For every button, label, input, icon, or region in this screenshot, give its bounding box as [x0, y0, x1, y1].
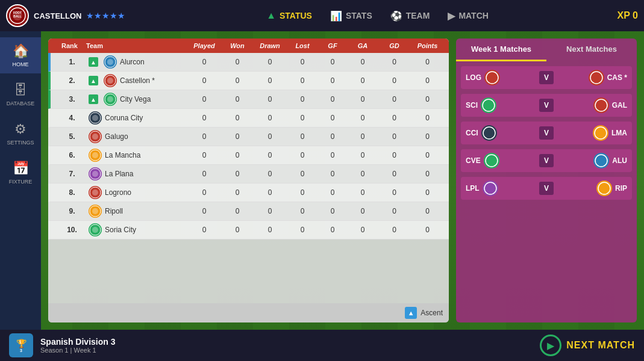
settings-icon: ⚙ — [14, 122, 27, 137]
sidebar-item-settings[interactable]: ⚙ SETTINGS — [0, 116, 41, 152]
drawn-cell: 0 — [252, 151, 287, 159]
table-row: 5. Galugo 0 0 0 0 0 0 0 0 — [48, 128, 449, 146]
away-team: RIP — [579, 180, 627, 196]
match-row[interactable]: CVE V ALU — [461, 149, 632, 172]
gd-cell: 0 — [378, 95, 411, 103]
table-row: 1. ▲ Alurcon 0 0 0 0 0 0 0 0 — [48, 53, 449, 72]
points-cell: 0 — [411, 95, 444, 103]
won-cell: 0 — [222, 170, 252, 178]
table-header: Rank Team Played Won Drawn Lost GF GA GD… — [48, 39, 449, 53]
gf-cell: 0 — [317, 170, 348, 178]
table-row: 7. La Plana 0 0 0 0 0 0 0 0 — [48, 165, 449, 184]
rank-cell: 4. — [55, 114, 89, 122]
gf-cell: 0 — [317, 132, 348, 141]
gd-cell: 0 — [378, 76, 411, 85]
team-cell: ▲ Alurcon — [89, 55, 186, 69]
drawn-cell: 0 — [252, 207, 287, 215]
nav-team[interactable]: ⚽ TEAM — [390, 10, 430, 22]
team-name-label: City Vega — [120, 95, 151, 103]
home-team: LPL — [466, 180, 514, 196]
away-team-label: GAL — [612, 101, 627, 110]
drawn-cell: 0 — [252, 188, 287, 197]
league-info: Spanish Division 3 Season 1 | Week 1 — [40, 337, 540, 354]
lost-cell: 0 — [287, 76, 317, 85]
nav-status-label: STATUS — [280, 11, 312, 20]
status-icon: ▲ — [266, 10, 276, 21]
points-cell: 0 — [411, 188, 444, 197]
sidebar-fixture-label: FIXTURE — [9, 179, 33, 185]
next-match-button[interactable]: ▶ NEXT MATCH — [540, 335, 635, 356]
table-footer: ▲ Ascent — [48, 303, 449, 322]
played-cell: 0 — [186, 207, 222, 215]
svg-point-17 — [92, 171, 98, 177]
match-row[interactable]: CCI V LMA — [461, 122, 632, 144]
svg-point-31 — [595, 155, 607, 167]
club-logo: FOOT BALL — [6, 4, 29, 27]
nav-status[interactable]: ▲ STATUS — [266, 10, 312, 21]
col-ga: GA — [348, 42, 378, 49]
ga-cell: 0 — [348, 132, 378, 141]
drawn-cell: 0 — [252, 226, 287, 234]
tab-week-matches[interactable]: Week 1 Matches — [456, 39, 546, 61]
home-badge-icon — [481, 97, 496, 113]
vs-badge: V — [539, 99, 554, 112]
lost-cell: 0 — [287, 132, 317, 141]
ga-cell: 0 — [348, 76, 378, 85]
ga-cell: 0 — [348, 226, 378, 234]
lost-cell: 0 — [287, 114, 317, 122]
gd-cell: 0 — [378, 132, 411, 141]
col-points: Points — [411, 42, 444, 49]
home-badge-icon — [484, 153, 499, 168]
home-icon: 🏠 — [13, 43, 29, 59]
bottom-bar: 🏆 3 Spanish Division 3 Season 1 | Week 1… — [0, 330, 644, 361]
main-content: Rank Team Played Won Drawn Lost GF GA GD… — [41, 31, 644, 330]
nav-match[interactable]: ▶ MATCH — [448, 10, 489, 22]
match-row[interactable]: SCI V GAL — [461, 94, 632, 117]
team-badge-icon — [89, 223, 102, 236]
away-team-label: LMA — [611, 129, 627, 137]
drawn-cell: 0 — [252, 170, 287, 178]
sidebar-home-label: HOME — [13, 61, 29, 67]
nav-stats-label: STATS — [346, 11, 372, 20]
nav-team-label: TEAM — [406, 11, 430, 20]
team-name-label: Logrono — [105, 188, 131, 197]
svg-point-30 — [486, 155, 498, 167]
drawn-cell: 0 — [252, 132, 287, 141]
team-badge-icon — [89, 149, 102, 162]
team-cell: ▲ City Vega — [89, 93, 186, 106]
week-label: Week 1 — [73, 347, 96, 354]
lost-cell: 0 — [287, 207, 317, 215]
sidebar-item-database[interactable]: 🗄 DATABASE — [0, 76, 41, 113]
home-team-label: LOG — [466, 73, 481, 82]
home-team-label: SCI — [466, 101, 478, 110]
col-gf: GF — [317, 42, 348, 49]
match-row[interactable]: LOG V CAS * — [461, 66, 632, 89]
nav-stats[interactable]: 📊 STATS — [330, 10, 372, 22]
played-cell: 0 — [186, 76, 222, 85]
away-badge-icon — [593, 97, 609, 113]
lost-cell: 0 — [287, 188, 317, 197]
team-cell: La Mancha — [89, 149, 186, 162]
ascent-icon: ▲ — [405, 307, 417, 319]
match-icon: ▶ — [448, 10, 455, 22]
gd-cell: 0 — [378, 58, 411, 66]
league-badge: 🏆 3 — [9, 333, 33, 357]
match-row[interactable]: LPL V RIP — [461, 177, 632, 200]
sidebar-item-fixture[interactable]: 📅 FIXTURE — [0, 155, 41, 191]
vs-badge: V — [539, 126, 554, 140]
team-badge-icon — [89, 186, 102, 199]
ga-cell: 0 — [348, 114, 378, 122]
ga-cell: 0 — [348, 207, 378, 215]
tab-next-matches[interactable]: Next Matches — [546, 39, 637, 61]
rank-cell: 8. — [55, 188, 89, 197]
team-name-label: La Plana — [105, 170, 133, 178]
ga-cell: 0 — [348, 151, 378, 159]
svg-point-5 — [107, 59, 113, 65]
gd-cell: 0 — [378, 207, 411, 215]
team-badge-icon — [104, 55, 117, 69]
gf-cell: 0 — [317, 151, 348, 159]
home-team: CCI — [466, 125, 514, 141]
sidebar-item-home[interactable]: 🏠 HOME — [0, 37, 41, 73]
points-cell: 0 — [411, 132, 444, 141]
points-cell: 0 — [411, 76, 444, 85]
